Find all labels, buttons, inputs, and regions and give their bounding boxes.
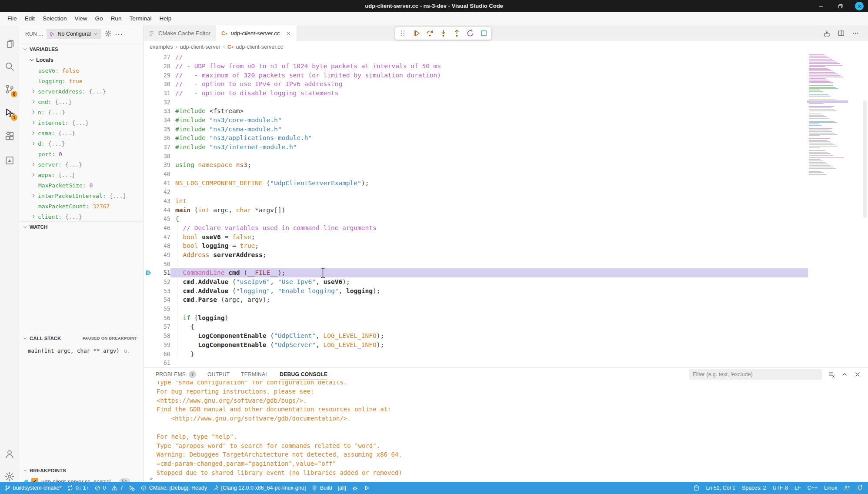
minimize-button[interactable] — [817, 2, 825, 10]
status-lf[interactable]: LF — [795, 485, 801, 491]
status-c++[interactable]: C++ — [807, 485, 818, 491]
variable-useV6[interactable]: useV6: false — [19, 65, 143, 76]
code-line-31[interactable]: 31// - option to disable logging stateme… — [144, 89, 808, 98]
status-play[interactable] — [364, 485, 370, 491]
continue-button[interactable] — [411, 29, 421, 38]
code-line-43[interactable]: 43int — [144, 197, 808, 206]
step-into-button[interactable] — [438, 29, 448, 38]
breakpoint-item[interactable]: ✓ udp-client-server.cc exampl... 51 — [19, 476, 143, 482]
menu-run[interactable]: Run — [107, 14, 126, 23]
minimap[interactable] — [809, 54, 846, 367]
status-warning[interactable]: 7 — [111, 485, 123, 491]
code-line-42[interactable]: 42 — [144, 187, 808, 197]
variable-interPacketInterval[interactable]: interPacketInterval: {...} — [19, 190, 143, 201]
variable-MaxPacketSize[interactable]: MaxPacketSize: 0 — [19, 180, 143, 190]
menu-file[interactable]: File — [3, 14, 21, 23]
clear-console-icon[interactable] — [828, 371, 835, 378]
panel-tab-terminal[interactable]: TERMINAL — [241, 368, 268, 381]
code-line-47[interactable]: 47 bool useV6 = false; — [144, 232, 808, 241]
variables-scope-locals[interactable]: Locals — [19, 55, 143, 65]
status-spaces-2[interactable]: Spaces: 2 — [742, 485, 766, 491]
status-database[interactable] — [693, 485, 700, 491]
code-line-52[interactable]: 52 cmd.AddValue ("useIpv6", "Use Ipv6", … — [144, 277, 808, 287]
close-tab-icon[interactable] — [285, 30, 291, 37]
code-line-45[interactable]: 45{ — [144, 214, 808, 224]
variable-csma[interactable]: csma: {...} — [19, 128, 143, 138]
code-line-41[interactable]: 41NS_LOG_COMPONENT_DEFINE ("UdpClientSer… — [144, 178, 808, 187]
code-line-30[interactable]: 30// - option to use IPv4 or IPv6 addres… — [144, 80, 808, 89]
status-linux[interactable]: Linux — [824, 485, 837, 491]
restore-button[interactable] — [836, 2, 845, 10]
activity-explorer[interactable] — [0, 34, 19, 54]
variable-server[interactable]: server: {...} — [19, 159, 143, 170]
code-line-54[interactable]: 54 cmd.Parse (argc, argv); — [144, 295, 808, 304]
code-editor[interactable]: 27//28// - UDP flow from n0 to n1 of 102… — [144, 53, 868, 367]
variable-maxPacketCount[interactable]: maxPacketCount: 32767 — [19, 201, 143, 211]
panel-tab-output[interactable]: OUTPUT — [207, 368, 230, 381]
code-line-58[interactable]: 58 LogComponentEnable ("UdpClient", LOG_… — [144, 331, 808, 340]
debug-settings-button[interactable] — [105, 30, 112, 38]
menu-selection[interactable]: Selection — [39, 14, 71, 23]
status-bell[interactable] — [857, 485, 863, 491]
code-line-46[interactable]: 46 // Declare variables used in command-… — [144, 224, 808, 233]
code-line-55[interactable]: 55 — [144, 304, 808, 314]
step-out-button[interactable] — [452, 29, 461, 38]
console-prompt[interactable]: > — [150, 476, 868, 482]
code-line-29[interactable]: 29// - maximum of 320 packets sent (or l… — [144, 70, 808, 80]
activity-source-control[interactable]: 6 — [0, 79, 19, 99]
status-tools[interactable]: [Clang 12.0.0 x86_64-pc-linux-gnu] — [213, 485, 306, 491]
breadcrumb-item[interactable]: examples — [150, 44, 173, 50]
variable-apps[interactable]: apps: {...} — [19, 170, 143, 180]
close-panel-icon[interactable] — [854, 371, 861, 378]
code-line-44[interactable]: 44main (int argc, char *argv[]) — [144, 205, 808, 214]
more-actions-icon[interactable] — [852, 30, 859, 37]
code-line-56[interactable]: 56 if (logging) — [144, 313, 808, 322]
console-filter-input[interactable] — [689, 369, 822, 380]
stop-button[interactable] — [479, 29, 488, 38]
variable-serverAddress[interactable]: serverAddress: {...} — [19, 86, 143, 97]
variable-d[interactable]: d: {...} — [19, 138, 143, 149]
status-bug[interactable] — [352, 485, 358, 491]
variable-logging[interactable]: logging: true — [19, 76, 143, 86]
gutter[interactable] — [144, 270, 153, 276]
menu-go[interactable]: Go — [91, 14, 107, 23]
activity-extensions[interactable] — [0, 126, 19, 146]
code-line-37[interactable]: 37#include "ns3/internet-module.h" — [144, 143, 808, 152]
debug-console-output[interactable]: Type "show configuration" for configurat… — [157, 381, 864, 476]
code-line-38[interactable]: 38 — [144, 151, 808, 160]
launch-config-dropdown[interactable]: No Configural — [47, 29, 101, 39]
breadcrumb-item[interactable]: C+udp-client-server.cc — [227, 44, 283, 50]
close-button[interactable] — [855, 2, 864, 10]
status-gear[interactable]: Build — [311, 485, 332, 491]
breakpoint-checkbox[interactable]: ✓ — [31, 478, 38, 482]
run-below-icon[interactable] — [823, 30, 831, 37]
status-utf-8[interactable]: UTF-8 — [772, 485, 788, 491]
maximize-panel-icon[interactable] — [841, 371, 848, 378]
editor-scrollbar[interactable] — [863, 100, 867, 218]
status-feedback[interactable] — [844, 485, 850, 491]
activity-run-debug[interactable]: 1 — [0, 103, 19, 123]
code-line-28[interactable]: 28// - UDP flow from n0 to n1 of 1024 by… — [144, 62, 808, 71]
status-branch[interactable]: buildsystem-cmake* — [4, 485, 61, 491]
tab-cmake-cache-editor[interactable]: CMake Cache Editor — [144, 25, 216, 41]
status-ln-51-col-1[interactable]: Ln 51, Col 1 — [706, 485, 735, 491]
stack-frame-main[interactable]: main(int argc, char ** argv) u. — [19, 345, 143, 356]
variable-cmd[interactable]: cmd: {...} — [19, 97, 143, 107]
variables-section-header[interactable]: VARIABLES — [19, 43, 143, 54]
code-line-60[interactable]: 60 } — [144, 349, 808, 358]
breadcrumb-item[interactable]: udp-client-server — [180, 44, 220, 50]
code-line-50[interactable]: 50 — [144, 259, 808, 268]
activity-account[interactable] — [0, 444, 19, 464]
code-line-48[interactable]: 48 bool logging = true; — [144, 241, 808, 250]
code-line-33[interactable]: 33#include <fstream> — [144, 107, 808, 116]
status-debug-alt[interactable] — [129, 485, 135, 491]
code-line-57[interactable]: 57 { — [144, 322, 808, 331]
variable-port[interactable]: port: 0 — [19, 149, 143, 159]
status-sync[interactable]: 0↓ 1↑ — [67, 485, 88, 491]
step-over-button[interactable] — [425, 29, 434, 38]
panel-tab-debug-console[interactable]: DEBUG CONSOLE — [280, 368, 327, 381]
code-line-34[interactable]: 34#include "ns3/core-module.h" — [144, 116, 808, 125]
restart-button[interactable] — [465, 29, 475, 38]
code-line-51[interactable]: 51 CommandLine cmd (__FILE__); — [144, 268, 808, 277]
watch-section-header[interactable]: WATCH — [19, 221, 143, 232]
